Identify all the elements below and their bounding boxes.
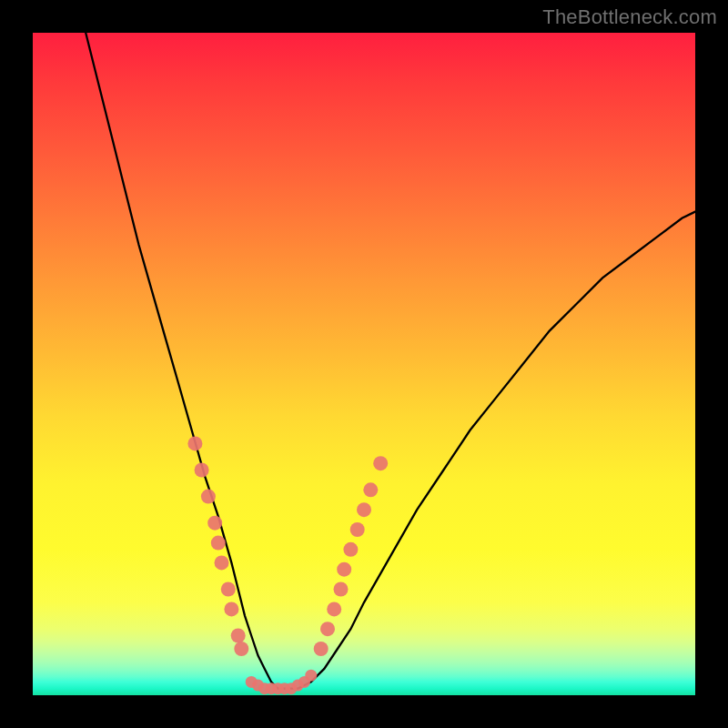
- data-point: [350, 522, 365, 537]
- data-point: [211, 536, 226, 551]
- data-point: [314, 642, 329, 656]
- data-point: [224, 602, 238, 616]
- data-point: [221, 582, 236, 597]
- data-point: [207, 516, 222, 531]
- curve-path: [86, 33, 695, 689]
- data-point: [334, 582, 349, 597]
- data-point: [357, 502, 371, 517]
- data-point: [343, 542, 358, 557]
- watermark-text: TheBottleneck.com: [542, 5, 717, 29]
- data-point: [187, 436, 202, 450]
- bottleneck-curve: [86, 33, 695, 689]
- data-point: [195, 463, 209, 478]
- data-point: [373, 456, 388, 470]
- data-point: [337, 562, 351, 577]
- data-point: [215, 555, 229, 570]
- data-point: [234, 642, 248, 656]
- data-point: [305, 670, 317, 682]
- data-point: [320, 622, 335, 636]
- data-points: [187, 436, 388, 694]
- curve-layer: [33, 33, 695, 695]
- data-point: [327, 602, 341, 616]
- plot-area: [33, 33, 695, 695]
- data-point: [231, 629, 246, 643]
- data-point: [201, 490, 216, 504]
- chart-frame: TheBottleneck.com: [0, 0, 728, 728]
- data-point: [363, 482, 378, 497]
